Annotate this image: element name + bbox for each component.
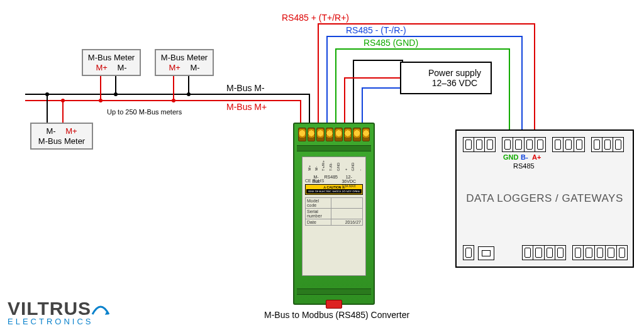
converter-label-plate: M+M- T+/R+T-/R- GND+ GND- M-Bus RS485 12… [302, 157, 366, 276]
mbus-meter-2: M-Bus Meter M+ M- [155, 49, 214, 76]
converter-caption: M-Bus to Modbus (RS485) Converter [264, 310, 409, 320]
svg-point-8 [172, 99, 175, 102]
mbus-meter-1: M-Bus Meter M+ M- [82, 49, 141, 76]
meter-mminus: M- [46, 126, 55, 136]
mbus-modbus-converter: M+M- T+/R+T-/R- GND+ GND- M-Bus RS485 12… [293, 123, 375, 305]
din-clip [326, 300, 342, 309]
logger-aplus-label: A+ [532, 153, 541, 161]
meter-mminus: M- [117, 63, 126, 73]
viltrus-logo: VILTRUS ELECTRONICS [8, 298, 110, 326]
psu-line1: Power supply [424, 68, 486, 78]
svg-point-5 [114, 92, 118, 96]
rs485-minus-label: RS485 - (T-/R-) [346, 25, 406, 35]
meter-title: M-Bus Meter [87, 53, 136, 63]
power-supply: Power supply 12–36 VDC [400, 62, 492, 94]
mbus-mminus-label: M-Bus M- [226, 83, 265, 93]
svg-point-12 [45, 92, 49, 96]
meter-mminus: M- [190, 63, 199, 73]
tb-top-1 [463, 137, 496, 152]
meter-mplus: M+ [65, 126, 77, 136]
converter-terminals [298, 128, 370, 141]
tb-bot-1 [463, 245, 474, 260]
logger-rs485-label: RS485 [513, 162, 535, 170]
svg-point-4 [99, 99, 103, 102]
logo-name: VILTRUS [8, 298, 91, 319]
mbus-mplus-label: M-Bus M+ [226, 102, 267, 112]
logger-title: DATA LOGGERS / GATEWAYS [457, 192, 633, 205]
data-logger: GND B- A+ RS485 DATA LOGGERS / GATEWAYS [455, 129, 634, 268]
logger-gnd-label: GND [503, 153, 518, 161]
tb-top-3 [552, 137, 585, 152]
meter-mplus: M+ [96, 63, 107, 73]
tb-bot-3 [572, 245, 628, 260]
meter-mplus: M+ [169, 63, 180, 73]
svg-point-13 [61, 99, 65, 102]
tb-top-2 [502, 137, 546, 152]
rj45-port [478, 246, 494, 260]
meter-title: M-Bus Meter [160, 53, 209, 63]
rs485-gnd-label: RS485 (GND) [364, 38, 418, 48]
tb-bot-2 [522, 245, 566, 260]
logger-bminus-label: B- [521, 153, 528, 161]
tb-top-4 [591, 137, 624, 152]
meter-title: M-Bus Meter [35, 136, 88, 146]
up-to-label: Up to 250 M-Bus meters [107, 108, 182, 116]
mbus-meter-3: M- M+ M-Bus Meter [30, 123, 93, 150]
rs485-plus-label: RS485 + (T+/R+) [282, 13, 349, 23]
psu-line2: 12–36 VDC [424, 78, 486, 88]
svg-point-9 [187, 92, 191, 96]
